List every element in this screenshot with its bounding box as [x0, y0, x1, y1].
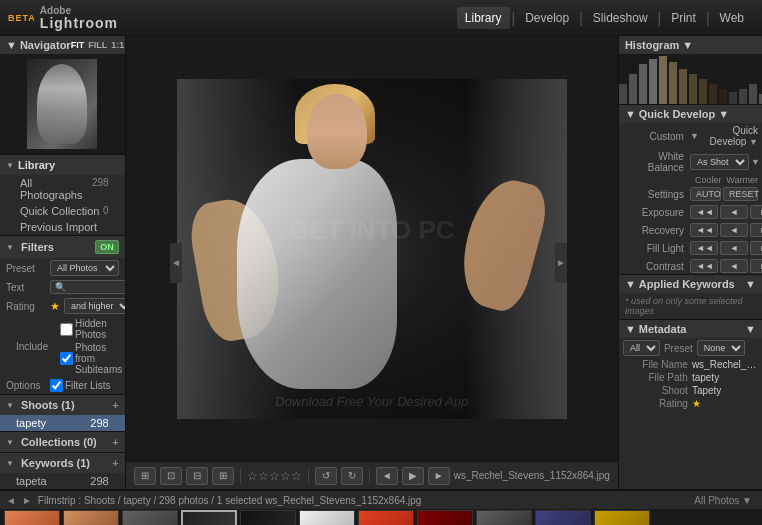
- rotate-left-btn[interactable]: ↺: [315, 467, 337, 485]
- filters-toggle[interactable]: ON: [95, 240, 119, 254]
- filter-hidden-photos[interactable]: Hidden Photos: [60, 318, 122, 340]
- qd-fill-dec[interactable]: ◄: [720, 241, 748, 255]
- filter-include-label: Include: [16, 341, 56, 352]
- qd-preset-dropdown[interactable]: ▼: [690, 131, 699, 141]
- qd-exposure-label: Exposure: [623, 207, 688, 218]
- qd-contrast-dec[interactable]: ◄: [720, 259, 748, 273]
- filmstrip-all-photos[interactable]: All Photos ▼: [694, 495, 756, 506]
- film-thumb-inner-1: [64, 511, 118, 525]
- library-header[interactable]: ▼ Library: [0, 155, 125, 175]
- qd-fill-inc[interactable]: ►: [750, 241, 762, 255]
- nav-develop[interactable]: Develop: [517, 7, 577, 29]
- qd-wb-select[interactable]: As Shot Auto Daylight: [690, 154, 749, 170]
- qd-contrast-dec-big[interactable]: ◄◄: [690, 259, 718, 273]
- view-loupe-btn[interactable]: ⊡: [160, 467, 182, 485]
- qd-recovery-dec-big[interactable]: ◄◄: [690, 223, 718, 237]
- right-panel: Histogram ▼: [618, 36, 762, 489]
- nav-web[interactable]: Web: [712, 7, 752, 29]
- nav-fit[interactable]: FIT: [71, 40, 85, 50]
- keywords-add[interactable]: +: [112, 457, 118, 469]
- shoot-tapety[interactable]: tapety 298: [0, 415, 125, 431]
- nav-library[interactable]: Library: [457, 7, 510, 29]
- film-thumb-3[interactable]: [181, 510, 237, 525]
- hidden-photos-check[interactable]: [60, 323, 73, 336]
- qd-recovery-dec[interactable]: ◄: [720, 223, 748, 237]
- film-thumb-6[interactable]: [358, 510, 414, 525]
- film-thumb-inner-2: [123, 511, 177, 525]
- library-previous-import[interactable]: Previous Import: [0, 219, 125, 235]
- quick-collection-count: 0: [103, 205, 109, 217]
- filter-rating-select[interactable]: and higher: [64, 298, 126, 314]
- filter-preset-select[interactable]: All Photos: [50, 260, 119, 276]
- qd-fill-label: Fill Light: [623, 243, 688, 254]
- film-thumb-7[interactable]: [417, 510, 473, 525]
- nav-print[interactable]: Print: [663, 7, 704, 29]
- film-thumb-1[interactable]: [63, 510, 119, 525]
- nav-1-1[interactable]: 1:1: [111, 40, 124, 50]
- filters-label: Filters: [21, 241, 54, 253]
- histogram-dropdown[interactable]: ▼: [682, 39, 693, 51]
- qd-exposure-dec[interactable]: ◄: [720, 205, 748, 219]
- nav-fill[interactable]: FILL: [88, 40, 107, 50]
- film-thumb-2[interactable]: [122, 510, 178, 525]
- qd-exposure-dec-big[interactable]: ◄◄: [690, 205, 718, 219]
- view-grid-btn[interactable]: ⊞: [134, 467, 156, 485]
- metadata-all-select[interactable]: All: [623, 340, 660, 356]
- film-thumb-10[interactable]: [594, 510, 650, 525]
- next-photo-btn[interactable]: ►: [428, 467, 450, 485]
- left-panel: ▼ Navigator FIT FILL 1:1 4:1 ▼ Lib: [0, 36, 126, 489]
- play-btn[interactable]: ▶: [402, 467, 424, 485]
- view-compare-btn[interactable]: ⊟: [186, 467, 208, 485]
- filter-lists-check[interactable]: [50, 379, 63, 392]
- film-thumb-0[interactable]: [4, 510, 60, 525]
- rating-stars[interactable]: ☆☆☆☆☆: [247, 469, 302, 483]
- beta-label: BETA: [8, 13, 36, 23]
- filter-filter-lists[interactable]: Filter Lists: [50, 379, 111, 392]
- filmstrip-nav-right[interactable]: ►: [22, 495, 32, 506]
- qd-dropdown[interactable]: ▼: [718, 108, 729, 120]
- filters-header[interactable]: ▼ Filters ON: [0, 236, 125, 258]
- keywords-header[interactable]: ▼ Keywords (1) +: [0, 453, 125, 473]
- collections-add[interactable]: +: [112, 436, 118, 448]
- photos-subteams-check[interactable]: [60, 352, 73, 365]
- metadata-rating-key: Rating: [623, 398, 688, 409]
- ak-dropdown[interactable]: ▼: [745, 278, 756, 290]
- qd-reset-btn[interactable]: RESET: [723, 187, 758, 201]
- film-thumb-4[interactable]: [240, 510, 296, 525]
- qd-wb-dropdown[interactable]: ▼: [751, 157, 760, 167]
- metadata-rating-val: ★: [692, 398, 758, 409]
- filter-text-input[interactable]: [50, 280, 126, 294]
- film-thumb-9[interactable]: [535, 510, 591, 525]
- view-survey-btn[interactable]: ⊞: [212, 467, 234, 485]
- svg-rect-2: [639, 64, 647, 104]
- qd-contrast-inc[interactable]: ►: [750, 259, 762, 273]
- qd-header-dropdown2[interactable]: ▼: [749, 137, 758, 147]
- qd-exposure-inc[interactable]: ►: [750, 205, 762, 219]
- adobe-label: Adobe: [40, 6, 118, 16]
- qd-fill-dec-big[interactable]: ◄◄: [690, 241, 718, 255]
- ak-header: ▼ Applied Keywords ▼: [619, 275, 762, 293]
- filmstrip-photos: [0, 509, 762, 525]
- film-thumb-8[interactable]: [476, 510, 532, 525]
- left-panel-collapse[interactable]: ◄: [170, 243, 182, 283]
- right-panel-collapse[interactable]: ►: [555, 243, 567, 283]
- metadata-preset-select[interactable]: None: [697, 340, 745, 356]
- library-all-photos[interactable]: All Photographs 298: [0, 175, 125, 203]
- nav-slideshow[interactable]: Slideshow: [585, 7, 656, 29]
- collections-header[interactable]: ▼ Collections (0) +: [0, 432, 125, 452]
- library-quick-collection[interactable]: Quick Collection 0: [0, 203, 125, 219]
- qd-auto-btn[interactable]: AUTO: [690, 187, 721, 201]
- shoots-header[interactable]: ▼ Shoots (1) +: [0, 395, 125, 415]
- film-thumb-inner-8: [477, 511, 531, 525]
- filmstrip-nav-left[interactable]: ◄: [6, 495, 16, 506]
- metadata-dropdown[interactable]: ▼: [745, 323, 756, 335]
- rotate-right-btn[interactable]: ↻: [341, 467, 363, 485]
- prev-photo-btn[interactable]: ◄: [376, 467, 398, 485]
- filter-photos-subteams[interactable]: Photos from Subiteams: [60, 342, 122, 375]
- qd-recovery-inc[interactable]: ►: [750, 223, 762, 237]
- main-photo-area: GET INTO PC Download Free Your Desired A…: [126, 36, 618, 461]
- film-thumb-5[interactable]: [299, 510, 355, 525]
- metadata-shoot-key: Shoot: [623, 385, 688, 396]
- shoots-add[interactable]: +: [112, 399, 118, 411]
- histogram-label: Histogram: [625, 39, 679, 51]
